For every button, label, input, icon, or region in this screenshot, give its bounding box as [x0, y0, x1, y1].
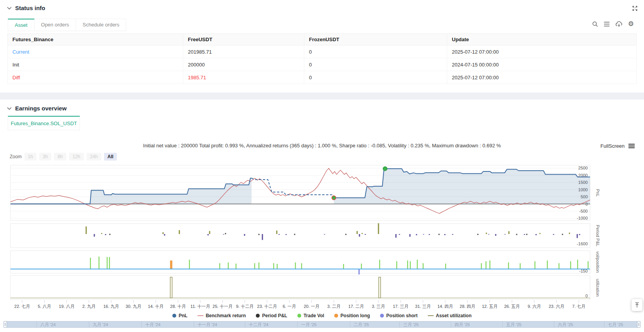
legend-marker-icon — [334, 314, 338, 318]
zoom-12h-button[interactable]: 12h — [69, 153, 84, 161]
svg-text:vol/position: vol/position — [595, 251, 600, 273]
fullscreen-control: FullScreen — [601, 143, 635, 149]
fullscreen-label[interactable]: FullScreen — [601, 143, 625, 149]
current-free: 201985.71 — [183, 45, 304, 58]
svg-text:14. 十月: 14. 十月 — [148, 304, 163, 309]
row-init-label: Init — [8, 58, 183, 71]
legend-label: PnL — [179, 313, 187, 318]
svg-text:-1600: -1600 — [577, 241, 588, 246]
navigator-left-handle[interactable] — [3, 321, 7, 328]
svg-text:20. 一月: 20. 一月 — [304, 304, 319, 309]
earnings-header: Earnings overview — [7, 105, 67, 112]
collapse-chevron-icon[interactable] — [7, 107, 12, 110]
legend-item-pnl[interactable]: PnL — [172, 313, 187, 318]
zoom-8h-button[interactable]: 8h — [54, 153, 66, 161]
legend-marker-icon — [297, 314, 301, 318]
legend-marker-icon — [172, 314, 176, 318]
chart-navigator[interactable]: 八月 '24九月 '24十月 '24十一月 '24十二月 '24一月 '25二月… — [5, 321, 639, 328]
earnings-chart[interactable]: 25002000150010005000-500-1000-1600-1500P… — [0, 161, 644, 313]
init-frozen: 0 — [304, 58, 447, 71]
gear-icon[interactable]: ⚙ — [628, 21, 634, 27]
navigator-separator — [554, 322, 554, 327]
svg-text:12. 五月: 12. 五月 — [482, 304, 497, 309]
navigator-separator — [604, 322, 604, 327]
legend-label: Asset utilization — [436, 313, 472, 318]
legend-label: Position long — [340, 313, 370, 318]
navigator-month-label: 九月 '24 — [93, 322, 108, 328]
zoom-all-button[interactable]: All — [104, 153, 117, 161]
init-free: 200000 — [183, 58, 304, 71]
navigator-separator — [36, 322, 37, 327]
table-header-row: Futures_Binance FreeUSDT FrozenUSDT Upda… — [8, 34, 637, 45]
navigator-month-label: 一月 '25 — [301, 322, 316, 328]
navigator-month-label: 十一月 '24 — [198, 322, 217, 328]
table-toolbar: ⚙ — [592, 21, 634, 27]
table-row: Diff 1985.71 0 2025-07-12 07:00:00 — [8, 71, 637, 84]
svg-text:30. 九月: 30. 九月 — [126, 304, 141, 309]
cloud-download-icon[interactable] — [615, 21, 623, 27]
tab-schedule-orders[interactable]: Schedule orders — [76, 19, 127, 31]
svg-text:25. 十一月: 25. 十一月 — [213, 304, 233, 309]
svg-text:31. 三月: 31. 三月 — [415, 304, 430, 309]
current-update: 2025-07-12 07:00:00 — [447, 45, 637, 58]
svg-text:-500: -500 — [579, 209, 588, 213]
legend-item-trade-vol[interactable]: Trade Vol — [297, 313, 324, 318]
zoom-3h-button[interactable]: 3h — [39, 153, 51, 161]
diff-update: 2025-07-12 07:00:00 — [447, 71, 637, 84]
row-current-link[interactable]: Current — [8, 45, 183, 58]
diff-free: 1985.71 — [183, 71, 304, 84]
svg-text:19. 八月: 19. 八月 — [59, 304, 75, 309]
diff-frozen: 0 — [304, 71, 447, 84]
legend-item-benchmark-return[interactable]: Benchmark return — [198, 313, 246, 318]
status-info-header: Status info — [7, 5, 45, 11]
svg-text:3. 三月: 3. 三月 — [372, 304, 385, 309]
svg-text:2. 九月: 2. 九月 — [82, 304, 95, 309]
status-info-card: Status info Asset Open orders Schedule o… — [0, 0, 644, 93]
status-tabs: Asset Open orders Schedule orders — [8, 19, 126, 31]
navigator-month-label: 八月 '24 — [40, 322, 56, 328]
svg-text:7. 七月: 7. 七月 — [572, 304, 585, 309]
navigator-separator — [451, 322, 451, 327]
zoom-1h-button[interactable]: 1h — [24, 153, 36, 161]
menu-icon[interactable] — [604, 21, 610, 27]
col-freeusdt: FreeUSDT — [183, 34, 304, 45]
legend-item-position-long[interactable]: Position long — [334, 313, 370, 318]
expand-icon[interactable] — [632, 5, 638, 13]
earnings-overview-card: Earnings overview Futures_Binance.SOL_US… — [0, 100, 644, 332]
svg-text:28. 四月: 28. 四月 — [460, 304, 475, 309]
navigator-month-label: 四月 '25 — [455, 322, 470, 328]
legend-item-period-p-l[interactable]: Period P&L — [256, 313, 287, 318]
legend-item-position-short[interactable]: Position short — [380, 313, 418, 318]
tab-futures-binance-sol-usdt[interactable]: Futures_Binance.SOL_USDT — [8, 116, 80, 130]
tab-asset[interactable]: Asset — [8, 19, 35, 31]
navigator-month-label: 六月 '25 — [558, 322, 573, 328]
legend-marker-icon — [198, 315, 203, 316]
svg-text:14. 四月: 14. 四月 — [437, 304, 453, 309]
navigator-month-label: 二月 '25 — [354, 322, 369, 328]
zoom-24h-button[interactable]: 24h — [87, 153, 101, 161]
svg-text:28. 十月: 28. 十月 — [170, 304, 186, 309]
current-frozen: 0 — [304, 45, 447, 58]
legend-marker-icon — [256, 314, 260, 318]
legend-item-asset-utilization[interactable]: Asset utilization — [428, 313, 472, 318]
navigator-right-handle[interactable] — [637, 321, 641, 328]
svg-text:23. 十二月: 23. 十二月 — [257, 304, 277, 309]
navigator-separator — [502, 322, 503, 327]
svg-text:3. 二月: 3. 二月 — [327, 304, 340, 309]
section-divider — [0, 93, 644, 100]
scroll-to-top-button[interactable] — [632, 299, 642, 311]
search-icon[interactable] — [592, 21, 598, 27]
svg-text:utilization: utilization — [595, 279, 600, 297]
table-row: Init 200000 0 2024-07-15 00:00:00 — [8, 58, 637, 71]
chart-stats-line: Initial net value : 200000 Total profit:… — [0, 143, 644, 149]
tab-open-orders[interactable]: Open orders — [35, 19, 76, 31]
init-update: 2024-07-15 00:00:00 — [447, 58, 637, 71]
collapse-chevron-icon[interactable] — [7, 7, 12, 10]
svg-text:9. 六月: 9. 六月 — [528, 304, 541, 309]
earnings-title: Earnings overview — [15, 105, 67, 112]
svg-text:23. 六月: 23. 六月 — [549, 304, 564, 309]
chart-legend: PnLBenchmark returnPeriod P&LTrade VolPo… — [0, 313, 644, 318]
navigator-month-label: 十月 '24 — [145, 322, 160, 328]
chart-menu-icon[interactable] — [628, 143, 635, 149]
col-update: Update — [447, 34, 637, 45]
